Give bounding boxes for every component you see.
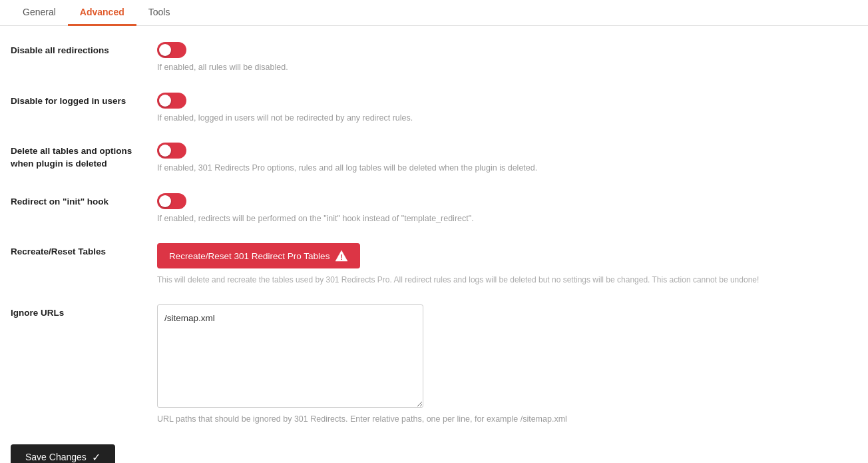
- recreate-tables-control: Recreate/Reset 301 Redirect Pro Tables !…: [157, 243, 857, 286]
- disable-logged-in-label: Disable for logged in users: [11, 93, 157, 108]
- ignore-urls-textarea[interactable]: /sitemap.xml: [157, 304, 423, 408]
- save-area: Save Changes ✓: [11, 444, 857, 464]
- svg-text:!: !: [341, 253, 343, 261]
- content-area: Disable all redirections If enabled, all…: [0, 26, 868, 463]
- redirect-init-label: Redirect on "init" hook: [11, 193, 157, 209]
- ignore-urls-label: Ignore URLs: [11, 304, 157, 320]
- tab-advanced[interactable]: Advanced: [68, 0, 136, 26]
- disable-redirections-control: If enabled, all rules will be disabled.: [157, 42, 857, 74]
- recreate-tables-label: Recreate/Reset Tables: [11, 243, 157, 258]
- recreate-tables-button[interactable]: Recreate/Reset 301 Redirect Pro Tables !: [157, 243, 360, 268]
- disable-redirections-toggle-wrapper: [157, 42, 857, 58]
- warning-icon: !: [335, 250, 348, 262]
- delete-tables-control: If enabled, 301 Redirects Pro options, r…: [157, 143, 857, 175]
- disable-logged-in-description: If enabled, logged in users will not be …: [157, 113, 857, 125]
- tabs-nav: General Advanced Tools: [0, 0, 868, 26]
- disable-logged-in-toggle[interactable]: [157, 93, 186, 109]
- delete-tables-toggle[interactable]: [157, 143, 186, 159]
- tab-general[interactable]: General: [11, 0, 68, 26]
- checkmark-icon: ✓: [92, 451, 101, 464]
- ignore-urls-control: /sitemap.xml URL paths that should be ig…: [157, 304, 857, 426]
- ignore-urls-description: URL paths that should be ignored by 301 …: [157, 414, 857, 426]
- redirect-init-description: If enabled, redirects will be performed …: [157, 213, 857, 225]
- tab-tools[interactable]: Tools: [136, 0, 182, 26]
- delete-tables-label: Delete all tables and options when plugi…: [11, 143, 157, 171]
- delete-tables-toggle-wrapper: [157, 143, 857, 159]
- delete-tables-description: If enabled, 301 Redirects Pro options, r…: [157, 163, 857, 175]
- disable-redirections-description: If enabled, all rules will be disabled.: [157, 62, 857, 74]
- disable-redirections-toggle[interactable]: [157, 42, 186, 58]
- recreate-tables-row: Recreate/Reset Tables Recreate/Reset 301…: [11, 243, 857, 286]
- redirect-init-toggle-wrapper: [157, 193, 857, 209]
- disable-logged-in-control: If enabled, logged in users will not be …: [157, 93, 857, 125]
- disable-redirections-row: Disable all redirections If enabled, all…: [11, 42, 857, 74]
- redirect-init-toggle[interactable]: [157, 193, 186, 209]
- disable-logged-in-toggle-wrapper: [157, 93, 857, 109]
- redirect-init-control: If enabled, redirects will be performed …: [157, 193, 857, 225]
- redirect-init-row: Redirect on "init" hook If enabled, redi…: [11, 193, 857, 225]
- ignore-urls-row: Ignore URLs /sitemap.xml URL paths that …: [11, 304, 857, 426]
- recreate-tables-warning: This will delete and recreate the tables…: [157, 274, 856, 286]
- save-changes-button[interactable]: Save Changes ✓: [11, 444, 115, 464]
- disable-logged-in-row: Disable for logged in users If enabled, …: [11, 93, 857, 125]
- save-changes-label: Save Changes: [25, 452, 87, 462]
- delete-tables-row: Delete all tables and options when plugi…: [11, 143, 857, 175]
- recreate-tables-button-label: Recreate/Reset 301 Redirect Pro Tables: [169, 251, 329, 261]
- disable-redirections-label: Disable all redirections: [11, 42, 157, 57]
